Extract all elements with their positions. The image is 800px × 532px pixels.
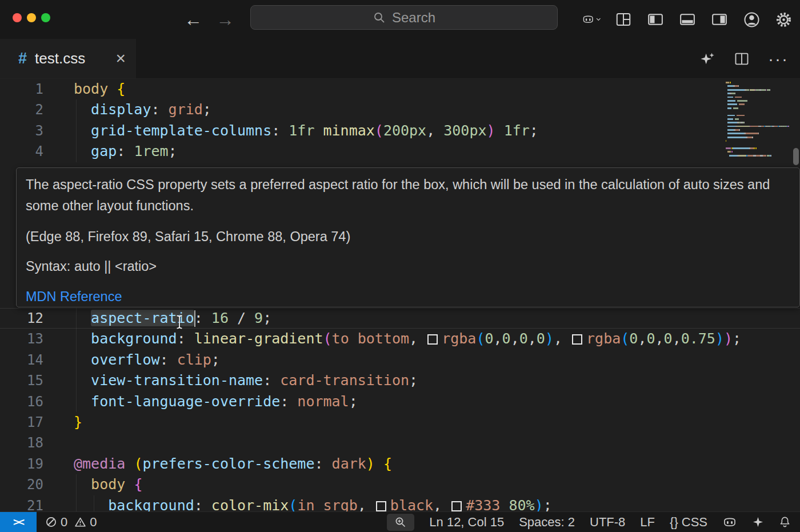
code-line-15[interactable]: 15 view-transition-name: card-transition… <box>0 370 800 391</box>
sparkle-icon <box>752 516 764 528</box>
copilot-icon <box>722 517 737 528</box>
code-line-19[interactable]: 19@media (prefers-color-scheme: dark) { <box>0 454 800 474</box>
toggle-secondary-sidebar-button[interactable] <box>710 10 729 29</box>
minimize-window-button[interactable] <box>27 13 36 22</box>
code-line-20[interactable]: 20 body { <box>0 474 800 495</box>
line-number: 20 <box>0 474 43 495</box>
encoding-status[interactable]: UTF-8 <box>590 515 625 530</box>
language-label: CSS <box>682 515 707 530</box>
line-number: 19 <box>0 454 43 474</box>
panel-right-icon <box>711 11 728 28</box>
code-line-18[interactable]: 18 <box>0 433 800 453</box>
panel-bottom-icon <box>679 11 696 28</box>
tooltip-syntax: Syntax: auto || <ratio> <box>26 256 786 277</box>
problems-indicator[interactable]: 0 0 <box>46 515 101 530</box>
titlebar-actions <box>582 0 793 39</box>
search-placeholder: Search <box>392 10 435 26</box>
line-number: 21 <box>0 495 43 511</box>
scrollbar-thumb[interactable] <box>793 148 799 165</box>
split-editor-icon <box>734 51 750 67</box>
settings-button[interactable] <box>774 10 793 29</box>
color-decorator-swatch[interactable] <box>376 501 386 511</box>
minimap[interactable] <box>726 82 794 158</box>
eol-status[interactable]: LF <box>640 515 655 530</box>
close-tab-icon[interactable]: × <box>115 49 126 68</box>
window-controls <box>13 13 50 22</box>
customize-layout-button[interactable] <box>614 10 633 29</box>
line-number: 3 <box>0 121 43 141</box>
line-number: 13 <box>0 329 43 349</box>
zoom-in-icon <box>394 516 407 529</box>
code-line-12[interactable]: 12 aspect-ratio: 16 / 9; <box>0 308 800 329</box>
error-count: 0 <box>61 515 67 530</box>
split-editor-button[interactable] <box>734 51 750 67</box>
gear-icon <box>775 11 793 29</box>
code-line-4[interactable]: 4 gap: 1rem; <box>0 141 800 162</box>
error-icon <box>46 517 57 527</box>
code-line-1[interactable]: 1body { <box>0 79 800 99</box>
editor-actions: ··· <box>699 39 789 78</box>
copilot-menu-button[interactable] <box>582 10 601 29</box>
tooltip-browser-support: (Edge 88, Firefox 89, Safari 15, Chrome … <box>26 226 786 247</box>
close-window-button[interactable] <box>13 13 22 22</box>
command-center-search[interactable]: Search <box>250 5 558 30</box>
titlebar: ← → Search <box>0 0 800 39</box>
tabstrip: # test.css × ··· <box>0 39 800 78</box>
indentation-status[interactable]: Spaces: 2 <box>519 515 575 530</box>
text-caret <box>194 310 195 327</box>
history-nav: ← → <box>184 0 234 39</box>
code-line-2[interactable]: 2 display: grid; <box>0 99 800 120</box>
remote-indicator[interactable]: >< <box>0 512 37 532</box>
toggle-panel-button[interactable] <box>678 10 697 29</box>
language-mode-status[interactable]: {} CSS <box>670 515 707 530</box>
layout-grid-icon <box>615 11 632 28</box>
line-number: 14 <box>0 350 43 370</box>
bell-icon <box>779 516 791 528</box>
zoom-window-button[interactable] <box>41 13 50 22</box>
ai-sparkle-button[interactable] <box>699 51 715 67</box>
copilot-status-button[interactable] <box>722 517 737 528</box>
code-line-14[interactable]: 14 overflow: clip; <box>0 350 800 370</box>
code-line-3[interactable]: 3 grid-template-columns: 1fr minmax(200p… <box>0 121 800 141</box>
code-line-17[interactable]: 17} <box>0 412 800 433</box>
line-number: 2 <box>0 99 43 120</box>
sparkle-icon <box>699 51 715 67</box>
code-line-21[interactable]: 21 background: color-mix(in srgb, black,… <box>0 495 800 511</box>
warning-count: 0 <box>90 515 97 530</box>
copilot-icon <box>582 12 594 27</box>
code-line-13[interactable]: 13 background: linear-gradient(to bottom… <box>0 329 800 349</box>
line-number: 15 <box>0 370 43 391</box>
braces-icon: {} <box>670 515 678 530</box>
mdn-reference-link[interactable]: MDN Reference <box>26 286 122 307</box>
account-button[interactable] <box>742 10 761 29</box>
ai-sparkle-status-button[interactable] <box>752 516 764 528</box>
line-number: 1 <box>0 79 43 99</box>
line-number: 4 <box>0 141 43 162</box>
code-line-16[interactable]: 16 font-language-override: normal; <box>0 391 800 412</box>
mouse-text-cursor <box>175 314 184 332</box>
color-decorator-swatch[interactable] <box>427 334 438 345</box>
toggle-primary-sidebar-button[interactable] <box>646 10 665 29</box>
hover-tooltip: The aspect-ratio CSS property sets a pre… <box>16 167 800 307</box>
notifications-button[interactable] <box>779 516 791 528</box>
tab-test-css[interactable]: # test.css × <box>0 39 136 78</box>
cursor-position-status[interactable]: Ln 12, Col 15 <box>429 515 504 530</box>
line-number: 18 <box>0 433 43 453</box>
back-button[interactable]: ← <box>184 9 202 30</box>
tooltip-description: The aspect-ratio CSS property sets a pre… <box>26 174 786 217</box>
panel-left-icon <box>647 11 664 28</box>
zoom-status-button[interactable] <box>387 514 414 531</box>
statusbar-right: Ln 12, Col 15 Spaces: 2 UTF-8 LF {} CSS <box>387 514 800 531</box>
statusbar: >< 0 0 Ln 12, Col 15 Spaces: 2 UTF-8 LF … <box>0 511 800 532</box>
color-decorator-swatch[interactable] <box>572 334 582 345</box>
css-file-icon: # <box>18 50 27 67</box>
chevron-down-icon <box>596 17 601 22</box>
more-actions-button[interactable]: ··· <box>768 49 789 69</box>
forward-button[interactable]: → <box>216 9 234 30</box>
editor[interactable]: 1body {2 display: grid;3 grid-template-c… <box>0 78 800 511</box>
account-icon <box>743 11 761 29</box>
line-number: 12 <box>0 308 43 329</box>
tab-title: test.css <box>35 50 85 67</box>
color-decorator-swatch[interactable] <box>451 501 462 511</box>
line-number: 16 <box>0 391 43 412</box>
